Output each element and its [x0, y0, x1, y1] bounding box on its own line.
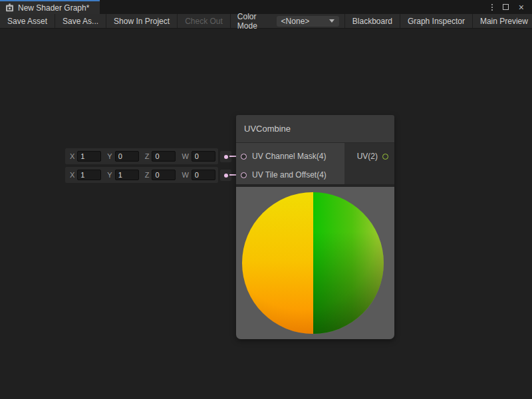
- vector1-x-input[interactable]: [77, 151, 101, 162]
- save-as-button[interactable]: Save As...: [55, 14, 106, 28]
- node-body: UV Channel Mask(4) UV Tile and Offset(4)…: [236, 143, 394, 184]
- color-mode-label: Color Mode: [237, 12, 271, 31]
- vector-field-z: Z: [145, 170, 176, 180]
- input-port-row: UV Channel Mask(4): [236, 147, 344, 166]
- toolbar-right-group: Blackboard Graph Inspector Main Preview: [344, 14, 532, 28]
- vector-field-x: X: [70, 170, 101, 180]
- input-port-label: UV Tile and Offset(4): [252, 170, 327, 180]
- dropdown-arrow-icon: [329, 19, 334, 23]
- input-port-row: UV Tile and Offset(4): [236, 166, 344, 184]
- vector2-x-input[interactable]: [77, 170, 101, 180]
- close-icon[interactable]: ×: [519, 3, 524, 12]
- check-out-button: Check Out: [178, 14, 231, 28]
- output-port-icon[interactable]: [382, 154, 388, 160]
- vector4-input-row-1: X Y Z W: [65, 148, 218, 164]
- window-menu-icon[interactable]: [491, 4, 493, 11]
- node-input-section: UV Channel Mask(4) UV Tile and Offset(4): [236, 143, 344, 184]
- axis-label-y: Y: [107, 152, 112, 160]
- vector1-z-input[interactable]: [152, 151, 176, 162]
- output-port-row: UV(2): [344, 147, 394, 166]
- axis-label-y: Y: [107, 171, 112, 179]
- input-port-label: UV Channel Mask(4): [252, 152, 326, 161]
- vector2-z-input[interactable]: [152, 170, 176, 180]
- output-port-label: UV(2): [357, 152, 378, 161]
- sphere-left-half: [242, 192, 313, 334]
- vector1-w-input[interactable]: [192, 151, 215, 162]
- color-mode-group: Color Mode <None>: [231, 14, 344, 28]
- vector-field-w: W: [182, 170, 215, 180]
- vector-field-w: W: [182, 151, 215, 162]
- input-port-icon[interactable]: [241, 172, 247, 178]
- save-asset-button[interactable]: Save Asset: [0, 14, 55, 28]
- blackboard-button[interactable]: Blackboard: [344, 14, 400, 28]
- node-header[interactable]: UVCombine: [236, 115, 394, 143]
- vector1-y-input[interactable]: [115, 151, 139, 162]
- color-mode-dropdown[interactable]: <None>: [277, 16, 339, 27]
- main-preview-button[interactable]: Main Preview: [472, 14, 532, 28]
- axis-label-z: Z: [145, 171, 150, 179]
- vector-field-y: Y: [107, 151, 138, 162]
- vector4-input-row-2: X Y Z W: [65, 167, 218, 183]
- node-output-section: UV(2): [344, 143, 394, 184]
- show-in-project-button[interactable]: Show In Project: [106, 14, 178, 28]
- port-dot-icon: [224, 174, 228, 178]
- axis-label-w: W: [182, 171, 188, 179]
- shader-graph-icon: [5, 3, 14, 12]
- vector-field-x: X: [70, 151, 101, 162]
- preview-sphere: [242, 192, 384, 334]
- vector-field-z: Z: [145, 151, 176, 162]
- tab-new-shader-graph[interactable]: New Shader Graph*: [0, 0, 100, 14]
- toolbar: Save Asset Save As... Show In Project Ch…: [0, 14, 532, 29]
- vector-field-y: Y: [107, 170, 138, 180]
- vector2-w-input[interactable]: [192, 170, 215, 180]
- vector2-y-input[interactable]: [115, 170, 139, 180]
- axis-label-w: W: [182, 152, 188, 160]
- node-title: UVCombine: [244, 124, 291, 134]
- axis-label-z: Z: [145, 152, 150, 160]
- tab-title: New Shader Graph*: [18, 3, 89, 13]
- axis-label-x: X: [70, 152, 74, 160]
- maximize-icon[interactable]: [503, 4, 509, 10]
- node-preview: [236, 187, 394, 339]
- node-uvcombine: UVCombine UV Channel Mask(4) UV Tile and…: [236, 115, 394, 339]
- input-port-icon[interactable]: [241, 154, 247, 160]
- window-controls: ×: [491, 0, 532, 14]
- color-mode-value: <None>: [281, 17, 310, 26]
- sphere-right-half: [313, 192, 384, 334]
- axis-label-x: X: [70, 171, 74, 179]
- graph-inspector-button[interactable]: Graph Inspector: [400, 14, 472, 28]
- port-dot-icon: [224, 155, 228, 159]
